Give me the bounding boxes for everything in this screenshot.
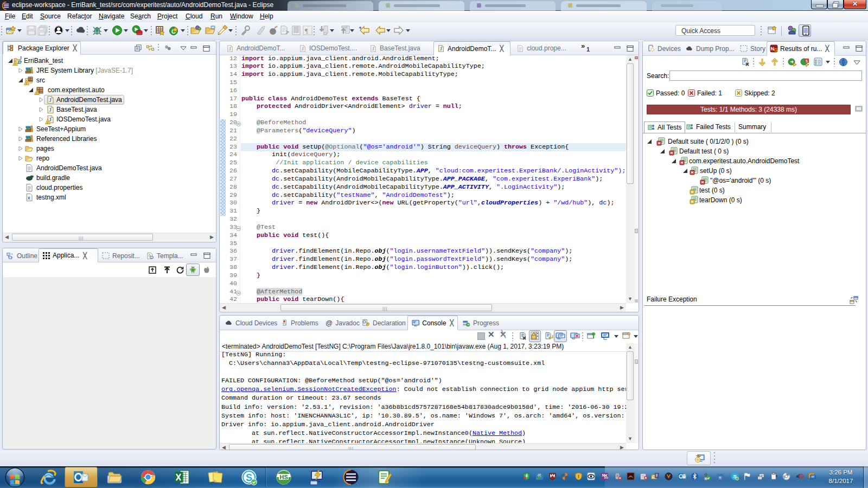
svg-text:¶: ¶ — [305, 27, 308, 35]
svg-text:HS: HS — [280, 474, 288, 480]
svg-text:EMC: EMC — [717, 473, 724, 477]
svg-text:$: $ — [806, 59, 808, 63]
svg-text:G: G — [774, 47, 777, 53]
svg-text:!: ! — [578, 474, 579, 479]
